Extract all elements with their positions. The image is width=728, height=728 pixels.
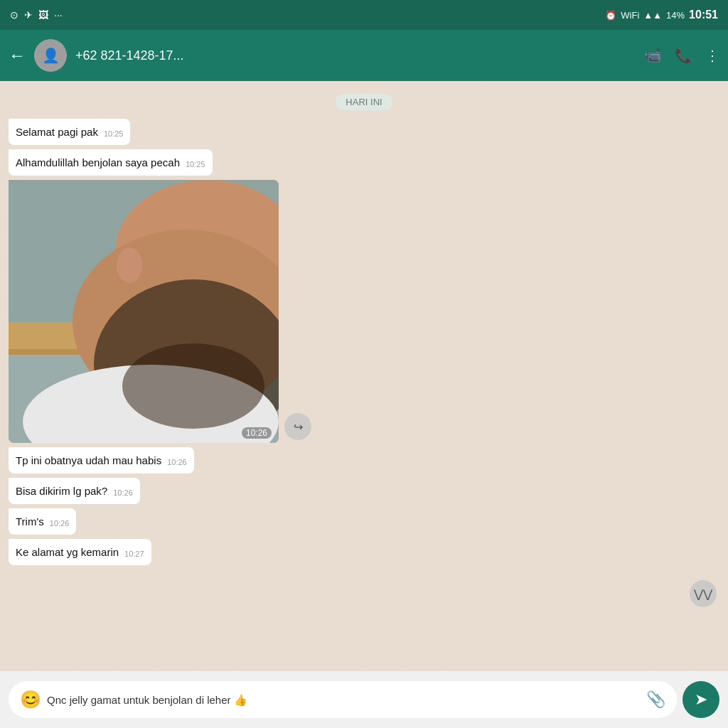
- message-row-2: Alhamdulillah benjolan saya pecah 10:25: [9, 149, 719, 176]
- whatsapp-icon: ⊙: [10, 9, 18, 21]
- contact-name[interactable]: +62 821-1428-17...: [75, 48, 636, 63]
- telegram-icon: ✈: [24, 9, 33, 21]
- send-button[interactable]: ➤: [682, 681, 719, 718]
- photo-bubble[interactable]: 10:26: [9, 180, 279, 443]
- message-row-4: Tp ini obatnya udah mau habis 10:26: [9, 447, 719, 473]
- emoji-button[interactable]: 😊: [20, 690, 41, 710]
- msg7-text: Ke alamat yg kemarin: [16, 545, 119, 560]
- bubble-incoming-2: Alhamdulillah benjolan saya pecah 10:25: [9, 149, 213, 176]
- avatar: 👤: [34, 39, 67, 72]
- msg4-time: 10:26: [167, 457, 187, 468]
- msg5-time: 10:26: [113, 488, 133, 498]
- bubble-incoming-4: Tp ini obatnya udah mau habis 10:26: [9, 447, 194, 473]
- message-row-photo: 10:26 ↪: [9, 180, 719, 443]
- voice-call-icon[interactable]: 📞: [675, 47, 692, 64]
- msg7-time: 10:27: [124, 549, 144, 560]
- alarm-icon: ⏰: [605, 10, 616, 21]
- msg6-text: Trim's: [16, 514, 44, 529]
- svg-point-8: [117, 247, 142, 283]
- image-icon: 🖼: [38, 9, 48, 21]
- photo-simulation: [9, 180, 279, 443]
- msg1-text: Selamat pagi pak: [16, 124, 98, 139]
- msg1-time: 10:25: [104, 129, 124, 139]
- bubble-incoming-5: Bisa dikirim lg pak? 10:26: [9, 478, 140, 504]
- msg6-time: 10:26: [50, 518, 70, 529]
- input-bar: 😊 Qnc jelly gamat untuk benjolan di lehe…: [0, 671, 728, 728]
- status-left: ⊙ ✈ 🖼 ···: [10, 9, 63, 21]
- msg4-text: Tp ini obatnya udah mau habis: [16, 453, 161, 468]
- back-button[interactable]: ←: [9, 46, 26, 65]
- input-wrapper: 😊 Qnc jelly gamat untuk benjolan di lehe…: [9, 681, 677, 718]
- signal-icon: ▲▲: [643, 10, 662, 21]
- message-row-6: Trim's 10:26: [9, 508, 719, 535]
- attach-button[interactable]: 📎: [646, 690, 665, 709]
- send-icon: ➤: [695, 690, 707, 709]
- header-icons: 📹 📞 ⋮: [644, 47, 719, 64]
- header-bar: ← 👤 +62 821-1428-17... 📹 📞 ⋮: [0, 30, 728, 81]
- scroll-down-button[interactable]: ⋁⋁: [690, 580, 717, 607]
- msg5-text: Bisa dikirim lg pak?: [16, 483, 107, 498]
- bubble-incoming-7: Ke alamat yg kemarin 10:27: [9, 539, 151, 565]
- photo-image: 10:26: [9, 180, 279, 443]
- message-row-7: Ke alamat yg kemarin 10:27: [9, 539, 719, 565]
- status-right: ⏰ WiFi ▲▲ 14% 10:51: [605, 9, 718, 21]
- more-options-icon[interactable]: ⋮: [705, 47, 719, 64]
- chat-area: HARI INI Selamat pagi pak 10:25 Alhamdul…: [0, 81, 728, 671]
- message-row-5: Bisa dikirim lg pak? 10:26: [9, 478, 719, 504]
- forward-button[interactable]: ↪: [284, 413, 311, 440]
- phone-screen: ⊙ ✈ 🖼 ··· ⏰ WiFi ▲▲ 14% 10:51 ← 👤 +62 82…: [0, 0, 728, 728]
- msg2-text: Alhamdulillah benjolan saya pecah: [16, 155, 180, 170]
- photo-time: 10:26: [242, 427, 272, 439]
- status-bar: ⊙ ✈ 🖼 ··· ⏰ WiFi ▲▲ 14% 10:51: [0, 0, 728, 30]
- bubble-incoming-1: Selamat pagi pak 10:25: [9, 119, 130, 145]
- msg2-time: 10:25: [186, 159, 205, 170]
- more-dots-icon: ···: [54, 9, 63, 21]
- clock-time: 10:51: [689, 9, 718, 21]
- message-row-1: Selamat pagi pak 10:25: [9, 119, 719, 145]
- wifi-icon: WiFi: [621, 10, 639, 21]
- video-call-icon[interactable]: 📹: [644, 47, 662, 64]
- avatar-icon: 👤: [42, 47, 60, 64]
- svg-point-9: [122, 343, 264, 429]
- photo-svg: [9, 180, 279, 443]
- bubble-incoming-6: Trim's 10:26: [9, 508, 76, 535]
- battery-text: 14%: [666, 10, 685, 21]
- date-badge: HARI INI: [336, 94, 392, 110]
- message-input[interactable]: Qnc jelly gamat untuk benjolan di leher …: [47, 692, 641, 707]
